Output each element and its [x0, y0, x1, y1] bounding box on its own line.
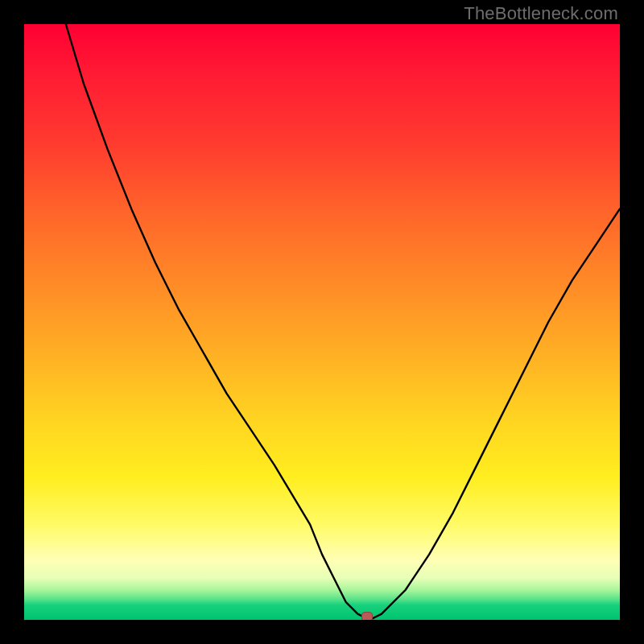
plot-area [24, 24, 620, 620]
chart-frame: TheBottleneck.com [0, 0, 644, 644]
optimum-marker [361, 612, 373, 620]
watermark-text: TheBottleneck.com [464, 3, 618, 24]
bottleneck-curve [24, 24, 620, 620]
